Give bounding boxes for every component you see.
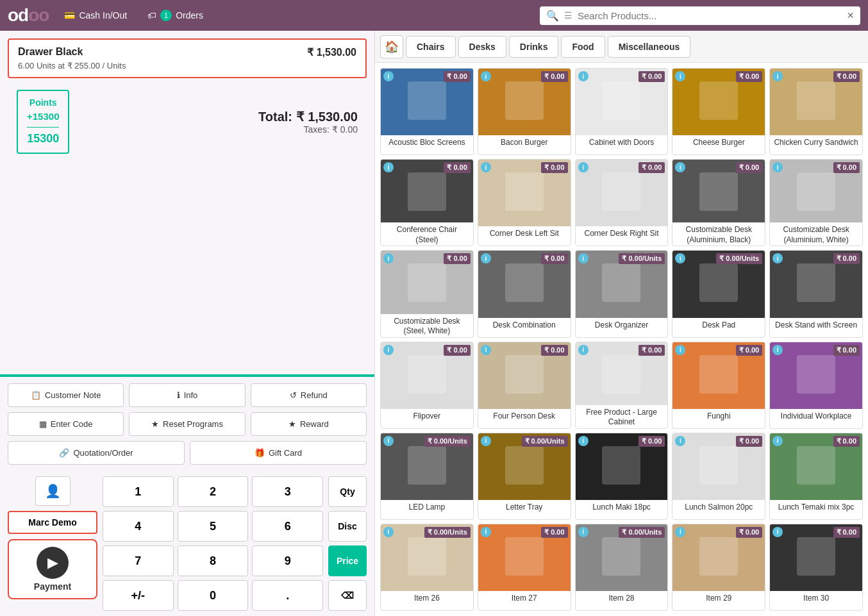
product-info-icon[interactable]: i [481, 162, 491, 172]
num-2-button[interactable]: 2 [178, 476, 249, 507]
enter-code-button[interactable]: ▦ Enter Code [8, 412, 124, 436]
orders-button[interactable]: 🏷 1 Orders [142, 7, 208, 24]
disc-button[interactable]: Disc [328, 511, 367, 542]
search-input[interactable] [578, 10, 842, 21]
product-info-icon[interactable]: i [481, 253, 491, 263]
product-card[interactable]: i₹ 0.00Customizable Desk (Steel, White) [380, 250, 474, 337]
product-card[interactable]: i₹ 0.00Customizable Desk (Aluminium, Whi… [769, 159, 863, 246]
product-card[interactable]: i₹ 0.00Four Person Desk [478, 342, 571, 429]
product-name: Desk Organizer [576, 318, 668, 337]
product-card[interactable]: i₹ 0.00Cabinet with Doors [575, 68, 669, 155]
product-card[interactable]: i₹ 0.00Conference Chair (Steel) [380, 159, 474, 246]
payment-button[interactable]: ▶ Payment [8, 539, 97, 599]
num-plusminus-button[interactable]: +/- [103, 580, 174, 611]
gift-card-button[interactable]: 🎁 Gift Card [190, 441, 367, 465]
reward-button[interactable]: ★ Reward [251, 412, 367, 436]
product-card[interactable]: i₹ 0.00/UnitsDesk Organizer [575, 250, 669, 337]
product-info-icon[interactable]: i [675, 253, 685, 263]
product-info-icon[interactable]: i [578, 527, 588, 537]
product-info-icon[interactable]: i [772, 527, 783, 537]
customer-name-button[interactable]: Marc Demo [8, 511, 97, 534]
product-info-icon[interactable]: i [383, 527, 394, 537]
cash-inout-button[interactable]: 💳 Cash In/Out [59, 8, 132, 23]
category-home-button[interactable]: 🏠 [380, 35, 403, 58]
product-info-icon[interactable]: i [675, 162, 685, 172]
product-info-icon[interactable]: i [383, 345, 394, 355]
num-5-button[interactable]: 5 [178, 511, 249, 542]
product-info-icon[interactable]: i [772, 71, 783, 81]
product-info-icon[interactable]: i [675, 71, 685, 81]
category-miscellaneous-tab[interactable]: Miscellaneous [608, 36, 691, 58]
product-image: i₹ 0.00 [770, 69, 862, 135]
order-item-card[interactable]: Drawer Black ₹ 1,530.00 6.00 Units at ₹ … [8, 38, 367, 78]
num-0-button[interactable]: 0 [178, 580, 249, 611]
product-card[interactable]: i₹ 0.00/UnitsItem 26 [380, 524, 474, 611]
product-info-icon[interactable]: i [578, 71, 588, 81]
product-card[interactable]: i₹ 0.00Bacon Burger [478, 68, 571, 155]
product-info-icon[interactable]: i [481, 71, 491, 81]
product-card[interactable]: i₹ 0.00Cheese Burger [672, 68, 765, 155]
category-drinks-tab[interactable]: Drinks [509, 36, 559, 58]
info-button[interactable]: ℹ Info [129, 383, 245, 407]
product-info-icon[interactable]: i [578, 253, 588, 263]
product-card[interactable]: i₹ 0.00Lunch Temaki mix 3pc [769, 433, 863, 520]
product-info-icon[interactable]: i [675, 527, 685, 537]
product-info-icon[interactable]: i [481, 345, 491, 355]
product-card[interactable]: i₹ 0.00Customizable Desk (Aluminium, Bla… [672, 159, 765, 246]
num-7-button[interactable]: 7 [103, 545, 174, 576]
product-info-icon[interactable]: i [675, 436, 685, 446]
product-info-icon[interactable]: i [383, 436, 394, 446]
product-info-icon[interactable]: i [772, 436, 783, 446]
num-dot-button[interactable]: . [252, 580, 323, 611]
search-clear-icon[interactable]: × [847, 9, 854, 22]
product-info-icon[interactable]: i [578, 436, 588, 446]
product-card[interactable]: i₹ 0.00Corner Desk Right Sit [575, 159, 669, 246]
reset-programs-button[interactable]: ★ Reset Programs [129, 412, 245, 436]
product-card[interactable]: i₹ 0.00Acoustic Bloc Screens [380, 68, 474, 155]
product-card[interactable]: i₹ 0.00Flipover [380, 342, 474, 429]
product-info-icon[interactable]: i [675, 345, 685, 355]
category-food-tab[interactable]: Food [561, 36, 605, 58]
product-info-icon[interactable]: i [772, 345, 783, 355]
product-info-icon[interactable]: i [481, 527, 491, 537]
num-3-button[interactable]: 3 [252, 476, 323, 507]
qty-button[interactable]: Qty [328, 476, 367, 507]
product-card[interactable]: i₹ 0.00Lunch Maki 18pc [575, 433, 669, 520]
product-info-icon[interactable]: i [578, 345, 588, 355]
backspace-button[interactable]: ⌫ [328, 580, 367, 611]
product-card[interactable]: i₹ 0.00Item 29 [672, 524, 765, 611]
product-card[interactable]: i₹ 0.00Lunch Salmon 20pc [672, 433, 765, 520]
customer-note-button[interactable]: 📋 Customer Note [8, 383, 124, 407]
product-card[interactable]: i₹ 0.00/UnitsLED Lamp [380, 433, 474, 520]
num-9-button[interactable]: 9 [252, 545, 323, 576]
product-card[interactable]: i₹ 0.00Desk Stand with Screen [769, 250, 863, 337]
product-info-icon[interactable]: i [383, 253, 394, 263]
product-card[interactable]: i₹ 0.00Free Product - Large Cabinet [575, 342, 669, 429]
category-desks-tab[interactable]: Desks [458, 36, 506, 58]
product-info-icon[interactable]: i [578, 162, 588, 172]
product-card[interactable]: i₹ 0.00Item 27 [478, 524, 571, 611]
product-card[interactable]: i₹ 0.00/UnitsLetter Tray [478, 433, 571, 520]
product-info-icon[interactable]: i [481, 436, 491, 446]
num-4-button[interactable]: 4 [103, 511, 174, 542]
refund-button[interactable]: ↺ Refund [251, 383, 367, 407]
product-card[interactable]: i₹ 0.00Item 30 [769, 524, 863, 611]
num-6-button[interactable]: 6 [252, 511, 323, 542]
num-8-button[interactable]: 8 [178, 545, 249, 576]
product-card[interactable]: i₹ 0.00Desk Combination [478, 250, 571, 337]
customer-icon-button[interactable]: 👤 [35, 476, 71, 506]
product-card[interactable]: i₹ 0.00/UnitsItem 28 [575, 524, 669, 611]
product-card[interactable]: i₹ 0.00Chicken Curry Sandwich [769, 68, 863, 155]
product-card[interactable]: i₹ 0.00Funghi [672, 342, 765, 429]
quotation-order-button[interactable]: 🔗 Quotation/Order [8, 441, 185, 465]
product-info-icon[interactable]: i [383, 71, 394, 81]
product-info-icon[interactable]: i [772, 162, 783, 172]
product-card[interactable]: i₹ 0.00Individual Workplace [769, 342, 863, 429]
price-button[interactable]: Price [328, 545, 367, 576]
product-info-icon[interactable]: i [383, 162, 394, 172]
num-1-button[interactable]: 1 [103, 476, 174, 507]
category-chairs-tab[interactable]: Chairs [406, 36, 456, 58]
product-card[interactable]: i₹ 0.00/UnitsDesk Pad [672, 250, 765, 337]
product-info-icon[interactable]: i [772, 253, 783, 263]
product-card[interactable]: i₹ 0.00Corner Desk Left Sit [478, 159, 571, 246]
